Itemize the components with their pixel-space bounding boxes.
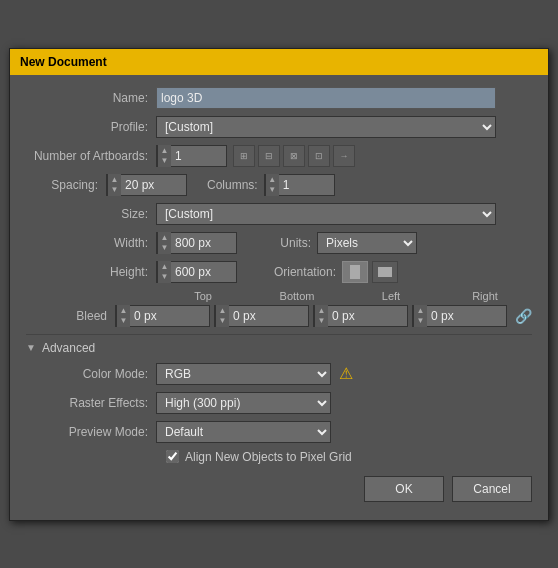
bleed-section: Top Bottom Left Right Bleed ▲▼ ▲▼	[26, 290, 532, 327]
bleed-inputs: ▲▼ ▲▼ ▲▼ ▲▼ 🔗	[115, 305, 532, 327]
color-mode-label: Color Mode:	[36, 367, 156, 381]
width-input[interactable]	[171, 233, 236, 253]
dialog-title: New Document	[20, 55, 107, 69]
grid-icon-1[interactable]: ⊞	[233, 145, 255, 167]
bleed-label: Bleed	[26, 309, 115, 323]
columns-down-btn[interactable]: ▲▼	[265, 174, 279, 196]
bleed-top-input[interactable]	[130, 306, 185, 326]
profile-label: Profile:	[26, 120, 156, 134]
bleed-bottom-input[interactable]	[229, 306, 284, 326]
name-row: Name:	[26, 87, 532, 109]
orientation-label: Orientation:	[267, 265, 342, 279]
bleed-left-stepper[interactable]: ▲▼	[313, 305, 408, 327]
title-bar: New Document	[10, 49, 548, 75]
divider	[26, 334, 532, 335]
height-down-btn[interactable]: ▲▼	[157, 261, 171, 283]
landscape-icon	[378, 267, 392, 277]
bleed-bottom-label: Bottom	[250, 290, 344, 302]
arrow-right-icon[interactable]: →	[333, 145, 355, 167]
align-checkbox-row: Align New Objects to Pixel Grid	[166, 450, 532, 464]
artboards-input[interactable]	[171, 146, 226, 166]
width-down-btn[interactable]: ▲▼	[157, 232, 171, 254]
spacing-stepper[interactable]: ▲▼	[106, 174, 187, 196]
cancel-button[interactable]: Cancel	[452, 476, 532, 502]
grid-icon-3[interactable]: ⊠	[283, 145, 305, 167]
orientation-icons	[342, 261, 398, 283]
advanced-label: Advanced	[42, 341, 95, 355]
height-stepper[interactable]: ▲▼	[156, 261, 237, 283]
size-row: Size: [Custom]	[26, 203, 532, 225]
height-input[interactable]	[171, 262, 236, 282]
raster-effects-select[interactable]: High (300 ppi) Medium (150 ppi) Low (72 …	[156, 392, 331, 414]
grid-icon-4[interactable]: ⊡	[308, 145, 330, 167]
artboards-label: Number of Artboards:	[26, 149, 156, 163]
size-label: Size:	[26, 207, 156, 221]
columns-label: Columns:	[207, 178, 258, 192]
color-mode-row: Color Mode: RGB CMYK ⚠	[36, 363, 532, 385]
bleed-right-stepper[interactable]: ▲▼	[412, 305, 507, 327]
artboards-down-btn[interactable]: ▲▼	[157, 145, 171, 167]
bleed-right-btn[interactable]: ▲▼	[413, 305, 427, 327]
grid-icon-2[interactable]: ⊟	[258, 145, 280, 167]
bleed-top-btn[interactable]: ▲▼	[116, 305, 130, 327]
height-row: Height: ▲▼ Orientation:	[26, 261, 532, 283]
advanced-toggle[interactable]: ▼ Advanced	[26, 341, 532, 355]
profile-row: Profile: [Custom]	[26, 116, 532, 138]
bleed-bottom-stepper[interactable]: ▲▼	[214, 305, 309, 327]
bleed-right-input[interactable]	[427, 306, 482, 326]
columns-stepper[interactable]: ▲▼	[264, 174, 335, 196]
advanced-section: ▼ Advanced Color Mode: RGB CMYK ⚠ Raster…	[26, 341, 532, 464]
width-stepper[interactable]: ▲▼	[156, 232, 237, 254]
name-label: Name:	[26, 91, 156, 105]
bleed-left-input[interactable]	[328, 306, 383, 326]
preview-mode-row: Preview Mode: Default Pixel Overprint	[36, 421, 532, 443]
bleed-left-btn[interactable]: ▲▼	[314, 305, 328, 327]
units-label: Units:	[267, 236, 317, 250]
spacing-down-btn[interactable]: ▲▼	[107, 174, 121, 196]
bleed-left-label: Left	[344, 290, 438, 302]
profile-select[interactable]: [Custom]	[156, 116, 496, 138]
color-mode-select[interactable]: RGB CMYK	[156, 363, 331, 385]
artboards-row: Number of Artboards: ▲▼ ⊞ ⊟ ⊠ ⊡ →	[26, 145, 532, 167]
buttons-row: OK Cancel	[26, 476, 532, 508]
align-checkbox[interactable]	[166, 450, 179, 463]
bleed-top-label: Top	[156, 290, 250, 302]
spacing-row: Spacing: ▲▼ Columns: ▲▼	[26, 174, 532, 196]
align-checkbox-label: Align New Objects to Pixel Grid	[185, 450, 352, 464]
bleed-bottom-btn[interactable]: ▲▼	[215, 305, 229, 327]
columns-row: Columns: ▲▼	[207, 174, 335, 196]
advanced-content: Color Mode: RGB CMYK ⚠ Raster Effects: H…	[26, 363, 532, 464]
spacing-label: Spacing:	[26, 178, 106, 192]
portrait-icon	[350, 265, 360, 279]
raster-effects-label: Raster Effects:	[36, 396, 156, 410]
spacing-input[interactable]	[121, 175, 186, 195]
size-select[interactable]: [Custom]	[156, 203, 496, 225]
landscape-button[interactable]	[372, 261, 398, 283]
bleed-right-label: Right	[438, 290, 532, 302]
bleed-header: Top Bottom Left Right	[26, 290, 532, 302]
orientation-wrapper: Orientation:	[267, 261, 398, 283]
units-select[interactable]: Pixels	[317, 232, 417, 254]
units-wrapper: Units: Pixels	[267, 232, 417, 254]
raster-effects-row: Raster Effects: High (300 ppi) Medium (1…	[36, 392, 532, 414]
ok-button[interactable]: OK	[364, 476, 444, 502]
name-input[interactable]	[156, 87, 496, 109]
new-document-dialog: New Document Name: Profile: [Custom] Num…	[9, 48, 549, 521]
portrait-button[interactable]	[342, 261, 368, 283]
width-row: Width: ▲▼ Units: Pixels	[26, 232, 532, 254]
artboard-layout-icons: ⊞ ⊟ ⊠ ⊡ →	[233, 145, 355, 167]
bleed-inputs-row: Bleed ▲▼ ▲▼ ▲▼ ▲▼	[26, 305, 532, 327]
columns-input[interactable]	[279, 175, 334, 195]
collapse-triangle-icon: ▼	[26, 342, 36, 353]
warning-icon: ⚠	[339, 364, 353, 383]
artboards-stepper[interactable]: ▲▼	[156, 145, 227, 167]
preview-mode-select[interactable]: Default Pixel Overprint	[156, 421, 331, 443]
chain-link-icon[interactable]: 🔗	[515, 308, 532, 324]
preview-mode-label: Preview Mode:	[36, 425, 156, 439]
width-label: Width:	[26, 236, 156, 250]
height-label: Height:	[26, 265, 156, 279]
bleed-top-stepper[interactable]: ▲▼	[115, 305, 210, 327]
